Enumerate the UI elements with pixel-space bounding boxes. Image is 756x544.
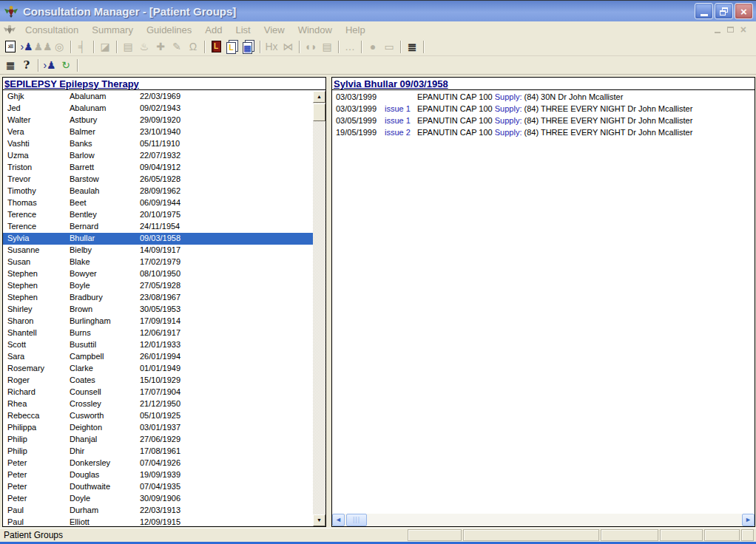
mdi-window-controls: ×: [715, 25, 752, 34]
patient-list-vertical-scrollbar[interactable]: ▲ ▼: [313, 91, 325, 526]
titlebar[interactable]: Consultation Manager - [Patient Groups] …: [0, 0, 756, 21]
select-patient-group-button[interactable]: ›≡: [2, 39, 18, 55]
therapy-history-button[interactable]: ♨: [136, 39, 152, 55]
patient-row[interactable]: ThomasBeet06/09/1944: [3, 197, 313, 209]
injection-button[interactable]: ✚: [152, 39, 169, 55]
select-patient-quick-button[interactable]: ›♟: [41, 58, 58, 73]
notes-button[interactable]: ▤: [319, 39, 335, 55]
patient-row[interactable]: RebeccaCusworth05/10/1925: [3, 410, 313, 422]
mdi-restore-icon[interactable]: [727, 27, 734, 33]
menu-guidelines[interactable]: Guidelines: [140, 24, 198, 35]
record-button[interactable]: ●: [365, 39, 381, 55]
patient-row[interactable]: PhilipDhir17/08/1961: [3, 446, 313, 458]
guidelines-index-button[interactable]: L: [224, 39, 240, 55]
local-guidelines-button[interactable]: L: [208, 39, 224, 55]
close-button[interactable]: ×: [735, 3, 753, 19]
patient-row[interactable]: VashtiBanks05/11/1910: [3, 138, 313, 150]
protocols-button[interactable]: ▦: [240, 39, 257, 55]
menu-summary[interactable]: Summary: [85, 24, 140, 35]
patient-row[interactable]: RichardCounsell17/07/1904: [3, 387, 313, 398]
patient-row[interactable]: UzmaBarlow22/07/1932: [3, 150, 313, 162]
select-patient-button[interactable]: ›♟: [18, 39, 35, 55]
patient-row[interactable]: PeterDoyle30/09/1906: [3, 493, 313, 505]
patient-row[interactable]: RogerCoates15/10/1929: [3, 375, 313, 387]
scroll-up-button[interactable]: ▲: [313, 91, 325, 103]
patient-row[interactable]: GhjkAbalunam22/03/1969: [3, 91, 313, 103]
appointments-button[interactable]: ╡: [74, 39, 90, 55]
help-button[interactable]: ?: [18, 58, 35, 73]
scroll-down-button[interactable]: ▼: [313, 514, 325, 526]
menu-help[interactable]: Help: [339, 24, 372, 35]
patient-row[interactable]: TerenceBentley20/10/1975: [3, 209, 313, 221]
patient-row[interactable]: PaulDurham22/03/1913: [3, 505, 313, 517]
patient-row[interactable]: RheaCrossley21/12/1950: [3, 398, 313, 410]
history-hx-button[interactable]: Hx: [263, 39, 280, 55]
menu-window[interactable]: Window: [291, 24, 339, 35]
prescription-issue: issue 1: [385, 104, 411, 113]
mdi-close-icon[interactable]: ×: [740, 25, 746, 34]
refresh-button[interactable]: ↻: [58, 58, 74, 73]
patient-row[interactable]: SusanBlake17/02/1979: [3, 256, 313, 268]
patient-groups-button[interactable]: ♟♟: [35, 39, 51, 55]
prescription-horizontal-scrollbar[interactable]: ◄ ||| ►: [332, 514, 755, 526]
patient-row[interactable]: ShirleyBrown30/05/1953: [3, 304, 313, 316]
app-eagle-icon[interactable]: [4, 4, 18, 18]
patient-row[interactable]: JedAbalunam09/02/1943: [3, 103, 313, 115]
patient-row[interactable]: RosemaryClarke01/01/1949: [3, 363, 313, 375]
patient-row[interactable]: TristonBarrett09/04/1912: [3, 162, 313, 174]
eraser-button[interactable]: ◪: [97, 39, 113, 55]
consultation-book-button[interactable]: ▤: [120, 39, 136, 55]
scroll-left-button[interactable]: ◄: [332, 514, 345, 526]
patient-row[interactable]: SusanneBielby14/09/1917: [3, 245, 313, 256]
prescription-row[interactable]: 03/03/1999issue 1EPANUTIN CAP 100 Supply…: [332, 103, 755, 115]
patient-row[interactable]: ShantellBurns12/06/1917: [3, 327, 313, 339]
patient-search-button[interactable]: ◎: [51, 39, 67, 55]
menu-add[interactable]: Add: [198, 24, 229, 35]
patient-row[interactable]: TerenceBernard24/11/1954: [3, 221, 313, 233]
patient-row[interactable]: PeterDouthwaite07/04/1935: [3, 481, 313, 493]
patient-row[interactable]: PhilippaDeighton03/01/1937: [3, 422, 313, 434]
patient-row[interactable]: PeterDonkersley07/04/1926: [3, 458, 313, 469]
patient-row[interactable]: SylviaBhullar09/03/1958: [3, 233, 313, 245]
patient-row[interactable]: StephenBowyer08/10/1950: [3, 268, 313, 280]
patient-first-name: Stephen: [7, 281, 38, 290]
menu-list[interactable]: List: [229, 24, 257, 35]
patient-row[interactable]: PhilipDhanjal27/06/1929: [3, 434, 313, 446]
menu-view[interactable]: View: [257, 24, 291, 35]
filter-button[interactable]: ≣: [404, 39, 420, 55]
patient-row[interactable]: WalterAstbury29/09/1920: [3, 115, 313, 126]
scroll-thumb-horizontal[interactable]: |||: [346, 514, 367, 526]
patient-row[interactable]: StephenBoyle27/05/1928: [3, 280, 313, 292]
prescription-row[interactable]: 19/05/1999issue 2EPANUTIN CAP 100 Supply…: [332, 126, 755, 138]
mdi-minimize-icon[interactable]: [715, 32, 720, 33]
mdi-eagle-icon[interactable]: [4, 24, 16, 35]
patient-row[interactable]: SaraCampbell26/01/1994: [3, 351, 313, 363]
scroll-thumb[interactable]: [313, 103, 325, 121]
patient-row[interactable]: TimothyBeaulah28/09/1962: [3, 186, 313, 197]
patient-surname: Campbell: [70, 352, 104, 361]
filter-view-button[interactable]: ≣: [2, 58, 18, 73]
prescription-row[interactable]: 03/03/1999EPANUTIN CAP 100 Supply: (84) …: [332, 91, 755, 103]
examination-button[interactable]: Ω: [185, 39, 201, 55]
medication-button[interactable]: ◖◗: [303, 39, 319, 55]
patient-row[interactable]: PaulElliott12/09/1915: [3, 517, 313, 526]
more-options-button[interactable]: …: [342, 39, 358, 55]
patient-row[interactable]: PeterDouglas19/09/1939: [3, 469, 313, 481]
patient-row[interactable]: StephenBradbury23/08/1967: [3, 292, 313, 304]
menu-consultation[interactable]: Consultation: [18, 24, 85, 35]
minimize-button[interactable]: [695, 3, 713, 19]
patient-row[interactable]: ScottBusuttil12/01/1933: [3, 339, 313, 351]
prescription-row[interactable]: 03/05/1999issue 1EPANUTIN CAP 100 Supply…: [332, 115, 755, 126]
patient-surname: Abalunam: [70, 103, 107, 112]
patient-row[interactable]: TrevorBarstow26/05/1928: [3, 174, 313, 186]
patient-row[interactable]: SharonBurlingham17/09/1914: [3, 316, 313, 327]
pen-button[interactable]: ✎: [169, 39, 185, 55]
patient-row[interactable]: VeraBalmer23/10/1940: [3, 126, 313, 138]
restore-button[interactable]: [715, 3, 733, 19]
patient-groups-icon: ♟♟: [33, 41, 52, 52]
linked-items-button[interactable]: ⋈: [280, 39, 296, 55]
patient-surname: Deighton: [70, 423, 102, 432]
keyboard-button[interactable]: ▭: [381, 39, 397, 55]
supply-details: (84) THREE EVERY NIGHT Dr John Mcalliste…: [524, 128, 693, 137]
scroll-right-button[interactable]: ►: [742, 514, 755, 526]
